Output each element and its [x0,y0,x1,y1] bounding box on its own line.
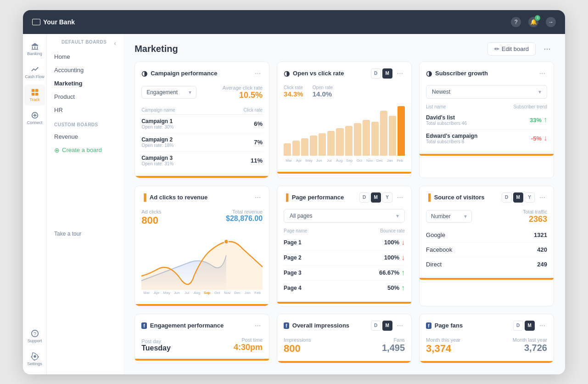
source-more-button[interactable]: ··· [538,192,547,203]
sidebar-link-accounting[interactable]: Accounting [47,63,123,77]
create-board-btn[interactable]: ⊕ Create a board [47,143,123,157]
campaign1-name: Campaign 1 [141,118,174,124]
ad-clicks-more-button[interactable]: ··· [253,192,263,203]
engagement-more-button[interactable]: ··· [253,321,263,331]
x-label: Jun [314,158,324,163]
page-fans-body: Month this year 3,374 Month last year 3,… [420,334,554,355]
source-body: Number ▾ Total traffic 2363 Google 1321 [420,206,554,271]
campaign-footer [135,176,269,178]
source-visitors-title: ▐ Source of visitors [426,193,484,201]
source-facebook: Facebook [426,246,452,253]
source-dropdown-value: Number [431,213,451,220]
sidebar-link-marketing[interactable]: Marketing [47,77,123,90]
table-row: Campaign 3Open rate: 31% 11% [141,152,263,169]
sidebar-item-settings[interactable]: Settings [24,349,45,370]
fans-label: Fans [382,337,405,343]
facebook-icon: f [141,322,147,329]
open-rate-label: Open rate [313,85,333,90]
page-fans-more-button[interactable]: ··· [538,321,547,331]
toggle-d[interactable]: D [371,321,381,331]
sidebar-item-connect[interactable]: Connect [24,107,45,129]
source-row: Google 1321 [426,228,547,243]
sidebar-item-support[interactable]: ? Support [24,326,45,347]
source-dropdown[interactable]: Number ▾ [426,210,472,223]
help-icon[interactable]: ? [511,17,521,27]
trend-up-icon: ↑ [401,284,405,292]
x-label: Jan [242,291,252,295]
source-footer [420,278,554,280]
sidebar-wrapper: Banking Cash Flow Track Connect ? [23,34,123,374]
x-label: Jun [172,291,182,295]
edit-board-button[interactable]: ✏ Edit board [487,42,536,56]
bar [284,143,291,156]
page-fans-title: f Page fans [426,322,463,329]
campaign2-name: Campaign 2 [141,136,174,143]
sidebar-link-hr[interactable]: HR [47,103,123,117]
campaign-col-rate: Click rate [243,107,263,113]
sidebar-link-revenue[interactable]: Revenue [47,130,123,143]
x-label: Feb [395,158,405,163]
page-fans-title-text: Page fans [435,322,463,329]
sidebar-link-home[interactable]: Home [47,50,123,63]
header-more-button[interactable]: ··· [540,42,554,56]
take-tour-link[interactable]: Take a tour [54,231,116,237]
sidebar-link-product[interactable]: Product [47,90,123,103]
svg-rect-6 [31,89,34,91]
page-perf-dropdown[interactable]: All pages ▾ [284,209,405,223]
toggle-d[interactable]: D [513,321,523,331]
toggle-m[interactable]: M [525,321,535,331]
campaign-more-button[interactable]: ··· [253,68,263,79]
source-direct-value: 249 [537,261,547,268]
bar [354,123,361,155]
engagement-title-text: Engagement performance [150,322,224,329]
main-body: Banking Cash Flow Track Connect ? [23,34,565,374]
sidebar-item-cashflow[interactable]: Cash Flow [24,62,45,83]
page-perf-more-button[interactable]: ··· [395,192,405,203]
toggle-m[interactable]: M [382,68,392,79]
toggle-m[interactable]: M [371,192,381,203]
bar [380,111,387,155]
open-click-more-button[interactable]: ··· [395,68,405,79]
table-row: David's listTotal subscribers 46 33% ↑ [426,111,547,130]
x-label: Oct [212,291,222,295]
subscriber-row1-value: 33% [530,117,542,124]
top-bar-actions: ? 🔔 3 → [511,17,556,27]
campaign-dropdown[interactable]: Engagement ▾ [141,86,196,99]
table-row: Page 2 100%↓ [284,250,405,265]
post-time-value: 4:30pm [234,343,263,352]
sidebar-collapse-icon[interactable]: ‹ [114,40,116,47]
x-label: Jul [324,158,334,163]
month-last-year-value: 3,726 [513,343,547,353]
page2-name: Page 2 [284,254,302,261]
subscriber-row2-name: Edward's campaign [426,133,477,139]
ad-clicks-label: Ad clicks [141,209,161,215]
sidebar-item-track[interactable]: Track [24,85,45,106]
logout-icon[interactable]: → [546,17,556,27]
toggle-d[interactable]: D [502,192,512,203]
toggle-m[interactable]: M [382,321,392,331]
cards-grid: ◑ Campaign performance ··· Engagement ▾ [123,62,565,374]
page-fans-footer [420,361,554,363]
toggle-y[interactable]: Y [525,192,535,203]
notification-icon[interactable]: 🔔 3 [528,17,538,27]
toggle-d[interactable]: D [371,68,381,79]
content-area: Marketing ✏ Edit board ··· ◑ Campaign pe [123,34,565,374]
subscriber-table-header: List name Subscriber trend [426,102,547,111]
ad-clicks-metrics: Ad clicks 800 Total revenue $28,876.00 [141,209,263,226]
open-rate-stat: Open rate 14.0% [313,85,333,98]
subscriber-more-button[interactable]: ··· [538,68,547,79]
sidebar-item-banking[interactable]: Banking [24,39,45,60]
open-click-title-text: Open vs click rate [293,70,344,77]
open-vs-click-title: ◑ Open vs click rate [284,69,344,78]
fb-impressions-icon: f [284,322,289,329]
subscriber-dropdown-value: Newest [432,89,450,95]
campaign-dropdown-value: Engagement [146,89,178,96]
x-label: Apr [294,158,304,163]
subscriber-dropdown[interactable]: Newest ▾ [426,85,547,99]
toggle-m[interactable]: M [513,192,523,203]
toggle-y[interactable]: Y [382,192,392,203]
svg-rect-8 [31,92,34,95]
impressions-more-button[interactable]: ··· [395,321,405,331]
bar [336,128,343,155]
toggle-d[interactable]: D [359,192,370,203]
